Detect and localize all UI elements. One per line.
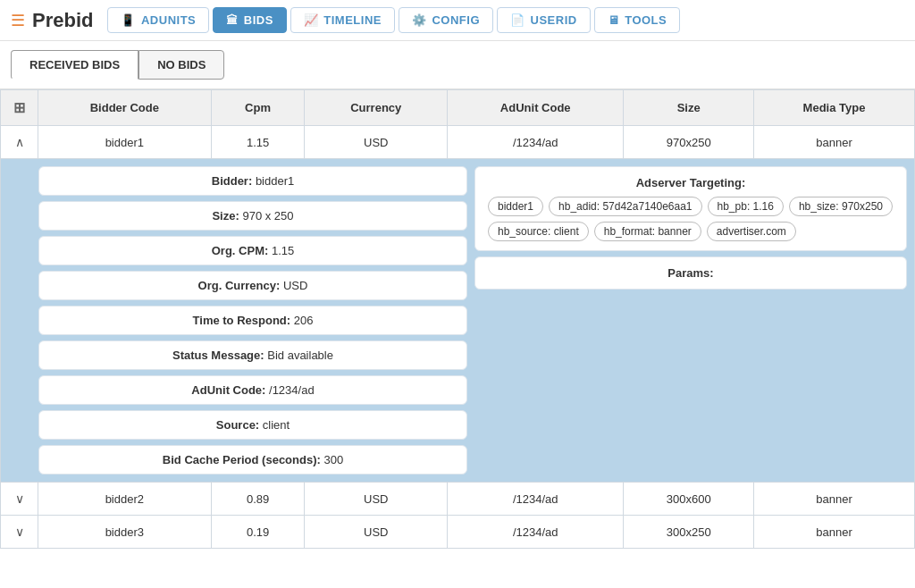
app-header: ☰ Prebid 📱 ADUNITS 🏛 BIDS 📈 TIMELINE ⚙️ … [0,0,915,41]
col-cpm: Cpm [211,90,305,126]
detail-org-cpm: Org. CPM: 1.15 [38,236,467,265]
currency-cell-2: USD [305,483,448,516]
col-bidder-code: Bidder Code [38,90,212,126]
bids-table: ⊞ Bidder Code Cpm Currency AdUnit Code S… [0,89,915,549]
table-header-row: ⊞ Bidder Code Cpm Currency AdUnit Code S… [1,90,915,126]
mediatype-cell-2: banner [754,483,915,516]
targeting-label: Adserver Targeting: [488,176,894,189]
targeting-tags: bidder1 hb_adid: 57d42a7140e6aa1 hb_pb: … [488,197,894,241]
detail-org-currency: Org. Currency: USD [38,271,467,300]
subtab-received-bids[interactable]: RECEIVED BIDS [11,50,139,80]
bids-icon: 🏛 [226,13,239,27]
table-row: ∧ bidder1 1.15 USD /1234/ad 970x250 bann… [1,126,915,159]
grid-icon[interactable]: ⊞ [13,100,25,115]
tab-userid[interactable]: 📄 USERID [497,7,591,33]
detail-bidder: Bidder: bidder1 [38,166,467,196]
collapse-button-1[interactable]: ∧ [12,135,27,149]
tab-tools[interactable]: 🖥 TOOLS [594,7,681,33]
detail-row-1: Bidder: bidder1 Size: 970 x 250 Org. CPM… [1,159,915,483]
adunit-cell-2: /1234/ad [448,483,624,516]
currency-cell-1: USD [305,126,448,159]
tag-hb-size: hb_size: 970x250 [789,197,893,216]
tab-bids[interactable]: 🏛 BIDS [213,7,287,33]
col-media-type: Media Type [754,90,915,126]
adunits-icon: 📱 [121,13,136,27]
detail-adunit-code: AdUnit Code: /1234/ad [38,375,467,405]
tag-bidder: bidder1 [488,197,543,216]
detail-status-message: Status Message: Bid available [38,340,467,370]
detail-time-to-respond: Time to Respond: 206 [38,306,467,335]
app-title: Prebid [32,9,93,32]
adserver-targeting-card: Adserver Targeting: bidder1 hb_adid: 57d… [474,166,907,251]
config-icon: ⚙️ [412,13,427,27]
detail-source: Source: client [38,410,467,440]
detail-bid-cache: Bid Cache Period (seconds): 300 [38,445,467,475]
tag-hb-pb: hb_pb: 1.16 [708,197,784,216]
tab-config[interactable]: ⚙️ CONFIG [399,7,493,33]
tab-timeline[interactable]: 📈 TIMELINE [290,7,395,33]
col-currency: Currency [305,90,448,126]
tab-adunits[interactable]: 📱 ADUNITS [107,7,209,33]
tag-advertiser: advertiser.com [707,222,796,241]
table-row: ∨ bidder2 0.89 USD /1234/ad 300x600 bann… [1,483,915,516]
timeline-icon: 📈 [304,13,319,27]
params-card: Params: [474,256,907,290]
bidder-code-cell-2: bidder2 [38,483,212,516]
hamburger-icon[interactable]: ☰ [11,11,25,30]
bidder-code-cell-3: bidder3 [38,516,212,549]
col-size: Size [624,90,754,126]
detail-left: Bidder: bidder1 Size: 970 x 250 Org. CPM… [38,166,467,475]
tag-hb-format: hb_format: banner [594,222,701,241]
main-nav: 📱 ADUNITS 🏛 BIDS 📈 TIMELINE ⚙️ CONFIG 📄 … [107,7,680,33]
expand-button-2[interactable]: ∨ [12,491,27,506]
expand-button-3[interactable]: ∨ [12,525,27,539]
detail-size: Size: 970 x 250 [38,201,467,231]
detail-inner: Bidder: bidder1 Size: 970 x 250 Org. CPM… [1,159,914,482]
size-cell-2: 300x600 [624,483,754,516]
subtab-no-bids[interactable]: NO BIDS [139,50,224,80]
table-row: ∨ bidder3 0.19 USD /1234/ad 300x250 bann… [1,516,915,549]
cpm-cell-3: 0.19 [211,516,305,549]
col-adunit-code: AdUnit Code [448,90,624,126]
expand-cell-2[interactable]: ∨ [1,483,38,516]
tag-hb-adid: hb_adid: 57d42a7140e6aa1 [549,197,701,216]
detail-right: Adserver Targeting: bidder1 hb_adid: 57d… [474,166,907,475]
bidder-code-cell-1: bidder1 [38,126,212,159]
logo-area: ☰ Prebid [11,9,93,32]
size-cell-1: 970x250 [624,126,754,159]
cpm-cell-1: 1.15 [211,126,305,159]
adunit-cell-1: /1234/ad [448,126,624,159]
tools-icon: 🖥 [608,13,620,27]
cpm-cell-2: 0.89 [211,483,305,516]
adunit-cell-3: /1234/ad [448,516,624,549]
expand-cell-3[interactable]: ∨ [1,516,38,549]
mediatype-cell-3: banner [754,516,915,549]
expand-cell-1[interactable]: ∧ [1,126,38,159]
bids-table-container: ⊞ Bidder Code Cpm Currency AdUnit Code S… [0,89,915,549]
size-cell-3: 300x250 [624,516,754,549]
grid-toggle-header[interactable]: ⊞ [1,90,38,126]
mediatype-cell-1: banner [754,126,915,159]
currency-cell-3: USD [305,516,448,549]
tag-hb-source: hb_source: client [488,222,589,241]
sub-tab-bar: RECEIVED BIDS NO BIDS [0,41,915,89]
userid-icon: 📄 [510,13,525,27]
detail-cell: Bidder: bidder1 Size: 970 x 250 Org. CPM… [1,159,915,483]
